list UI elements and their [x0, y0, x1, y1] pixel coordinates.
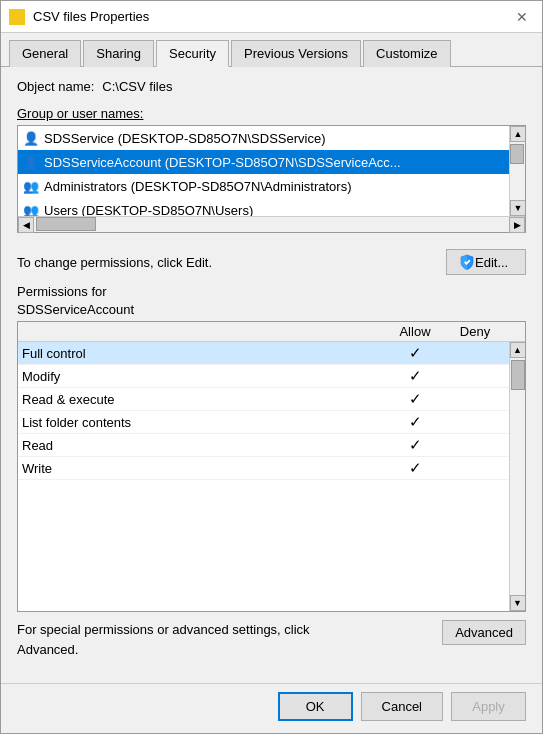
advanced-row: For special permissions or advanced sett…	[17, 620, 526, 659]
perm-rows: Full control ✓ Modify ✓ Read & execute ✓	[18, 342, 509, 611]
perm-header-name	[22, 324, 385, 339]
dialog-window: CSV files Properties ✕ General Sharing S…	[0, 0, 543, 734]
user-list-scrollbar-h[interactable]: ◀ ▶	[18, 216, 525, 232]
scroll-track	[510, 164, 525, 200]
user-group-icon	[22, 177, 40, 195]
content-area: Object name: C:\CSV files Group or user …	[1, 67, 542, 683]
user-name-users: Users (DESKTOP-SD85O7N\Users)	[44, 203, 253, 217]
perm-scroll-thumb[interactable]	[511, 360, 525, 390]
perm-allow-modify: ✓	[385, 367, 445, 385]
title-bar: CSV files Properties ✕	[1, 1, 542, 33]
user-list-scrollbar-v[interactable]: ▲ ▼	[509, 126, 525, 216]
apply-button[interactable]: Apply	[451, 692, 526, 721]
tab-customize[interactable]: Customize	[363, 40, 450, 67]
object-name-row: Object name: C:\CSV files	[17, 79, 526, 94]
advanced-button[interactable]: Advanced	[442, 620, 526, 645]
scroll-down-arrow[interactable]: ▼	[510, 200, 525, 216]
perm-scroll-down[interactable]: ▼	[510, 595, 526, 611]
object-name-value: C:\CSV files	[102, 79, 172, 94]
title-bar-text: CSV files Properties	[33, 9, 510, 24]
tab-bar: General Sharing Security Previous Versio…	[1, 33, 542, 67]
perm-scroll-up[interactable]: ▲	[510, 342, 526, 358]
perm-row-modify[interactable]: Modify ✓	[18, 365, 509, 388]
tab-sharing[interactable]: Sharing	[83, 40, 154, 67]
perm-scroll-track	[511, 390, 525, 595]
edit-row: To change permissions, click Edit. Edit.…	[17, 249, 526, 275]
advanced-text: For special permissions or advanced sett…	[17, 620, 317, 659]
user-name-sdsservice: SDSService (DESKTOP-SD85O7N\SDSService)	[44, 131, 326, 146]
perm-header-spacer	[505, 324, 521, 339]
scroll-right-arrow[interactable]: ▶	[509, 217, 525, 233]
user-item-sdsserviceaccount[interactable]: SDSServiceAccount (DESKTOP-SD85O7N\SDSSe…	[18, 150, 509, 174]
h-track	[34, 217, 509, 232]
permissions-label: Permissions for SDSServiceAccount	[17, 283, 526, 319]
edit-button-label: Edit...	[475, 255, 508, 270]
user-list-items: SDSService (DESKTOP-SD85O7N\SDSService) …	[18, 126, 509, 216]
close-button[interactable]: ✕	[510, 5, 534, 29]
scroll-up-arrow[interactable]: ▲	[510, 126, 525, 142]
permissions-table: Allow Deny Full control ✓ Modify ✓	[17, 321, 526, 612]
perm-header-deny: Deny	[445, 324, 505, 339]
tab-previous-versions[interactable]: Previous Versions	[231, 40, 361, 67]
user-name-sdsserviceaccount: SDSServiceAccount (DESKTOP-SD85O7N\SDSSe…	[44, 155, 401, 170]
scroll-thumb[interactable]	[510, 144, 524, 164]
user-group-icon-2	[22, 201, 40, 216]
bottom-buttons: OK Cancel Apply	[1, 683, 542, 733]
h-scroll-thumb[interactable]	[36, 217, 96, 231]
user-single-icon-2	[22, 153, 40, 171]
folder-icon	[9, 9, 25, 25]
edit-button[interactable]: Edit...	[446, 249, 526, 275]
user-list-main: SDSService (DESKTOP-SD85O7N\SDSService) …	[18, 126, 525, 216]
edit-text: To change permissions, click Edit.	[17, 255, 212, 270]
perm-name-write: Write	[22, 461, 385, 476]
perm-name-modify: Modify	[22, 369, 385, 384]
perm-name-full-control: Full control	[22, 346, 385, 361]
perm-scrollbar-v[interactable]: ▲ ▼	[509, 342, 525, 611]
perm-row-read[interactable]: Read ✓	[18, 434, 509, 457]
group-label: Group or user names:	[17, 106, 526, 121]
perm-allow-write: ✓	[385, 459, 445, 477]
user-item-sdsservice[interactable]: SDSService (DESKTOP-SD85O7N\SDSService)	[18, 126, 509, 150]
user-item-users[interactable]: Users (DESKTOP-SD85O7N\Users)	[18, 198, 509, 216]
shield-edit-icon	[459, 254, 475, 270]
perm-table-header: Allow Deny	[18, 322, 525, 342]
perm-allow-read-execute: ✓	[385, 390, 445, 408]
user-list-box: SDSService (DESKTOP-SD85O7N\SDSService) …	[17, 125, 526, 233]
user-item-administrators[interactable]: Administrators (DESKTOP-SD85O7N\Administ…	[18, 174, 509, 198]
user-name-administrators: Administrators (DESKTOP-SD85O7N\Administ…	[44, 179, 352, 194]
perm-name-list-folder: List folder contents	[22, 415, 385, 430]
perm-allow-full-control: ✓	[385, 344, 445, 362]
perm-allow-read: ✓	[385, 436, 445, 454]
cancel-button[interactable]: Cancel	[361, 692, 443, 721]
perm-table-body: Full control ✓ Modify ✓ Read & execute ✓	[18, 342, 525, 611]
perm-row-list-folder[interactable]: List folder contents ✓	[18, 411, 509, 434]
perm-header-allow: Allow	[385, 324, 445, 339]
user-single-icon	[22, 129, 40, 147]
tab-security[interactable]: Security	[156, 40, 229, 67]
tab-general[interactable]: General	[9, 40, 81, 67]
ok-button[interactable]: OK	[278, 692, 353, 721]
perm-row-full-control[interactable]: Full control ✓	[18, 342, 509, 365]
perm-row-write[interactable]: Write ✓	[18, 457, 509, 480]
perm-name-read-execute: Read & execute	[22, 392, 385, 407]
perm-name-read: Read	[22, 438, 385, 453]
scroll-left-arrow[interactable]: ◀	[18, 217, 34, 233]
perm-row-read-execute[interactable]: Read & execute ✓	[18, 388, 509, 411]
perm-allow-list-folder: ✓	[385, 413, 445, 431]
object-name-label: Object name:	[17, 79, 94, 94]
